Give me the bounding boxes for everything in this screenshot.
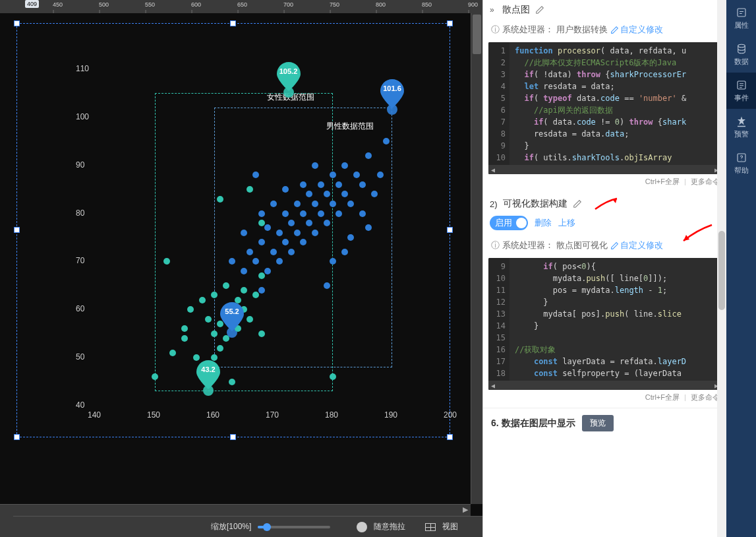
data-point [223,282,229,289]
processor-row-1: ⓘ 系统处理器： 用户数据转换 自定义修改 [483,20,726,40]
scroll-left-icon[interactable]: ◀ [491,166,495,174]
y-tick-label: 40 [76,400,84,410]
drag-toggle[interactable] [357,522,367,532]
data-point [294,201,301,207]
data-point [258,331,265,337]
data-point [312,162,318,169]
sidebar-tab-properties[interactable]: 属性 [726,0,756,36]
info-icon: ⓘ [491,24,500,36]
x-tick-label: 140 [88,410,101,420]
data-point [341,249,348,255]
resize-handle-sw[interactable] [14,434,20,440]
fullscreen-link[interactable]: Ctrl+F全屏 [645,393,680,401]
sidebar-tab-data[interactable]: 数据 [726,36,756,73]
canvas-scrollbar-vertical[interactable] [471,13,482,504]
resize-handle-n[interactable] [230,20,236,26]
data-point [258,210,265,217]
range-label-1: 男性数据范围 [326,121,374,132]
x-tick-label: 200 [444,410,457,420]
panel-title: 散点图 [502,4,530,16]
arrow-annotation-icon [680,224,713,243]
y-tick-label: 70 [76,256,84,265]
data-point [359,181,366,188]
zoom-label: 缩放[100%] [211,521,251,532]
edit-icon[interactable] [535,5,544,15]
resize-handle-nw[interactable] [14,20,20,26]
data-point [335,181,342,188]
svg-point-1 [738,44,745,47]
data-point [211,331,218,337]
arrow-annotation-icon [594,197,620,210]
data-point [247,316,253,323]
edit-icon[interactable] [573,199,582,208]
value-marker: 101.6 [380,79,404,108]
info-icon: ⓘ [491,239,500,251]
code-editor-2[interactable]: 9101112131415161718 if( pos<0){ mydata.p… [488,258,721,390]
data-point [318,210,324,217]
y-tick-label: 110 [76,64,89,73]
processor-row-2: ⓘ 系统处理器： 散点图可视化 自定义修改 [483,236,726,255]
data-point [241,268,247,274]
collapse-icon[interactable]: » [490,5,494,15]
data-point [229,379,235,385]
data-point [270,249,277,255]
panel-scrollbar-vertical[interactable] [717,0,726,537]
svg-rect-0 [738,9,745,16]
value-marker: 43.2 [196,360,220,389]
code-editor-1[interactable]: 12345678910 function processor( data, re… [488,42,721,174]
data-point [276,230,283,236]
canvas-scrollbar-horizontal[interactable]: ▶ [0,504,471,516]
view-label: 视图 [442,521,458,532]
x-tick-label: 180 [325,410,338,420]
y-tick-label: 100 [76,112,89,121]
canvas-viewport[interactable]: 女性数据范围男性数据范围105.243.2101.655.2 405060708… [0,13,482,516]
resize-handle-ne[interactable] [447,20,453,26]
data-point [205,316,212,323]
data-point [247,249,253,255]
preview-button[interactable]: 预览 [582,415,614,431]
sidebar-tab-help[interactable]: 帮助 [726,145,756,181]
x-tick-label: 170 [266,410,279,420]
data-point [341,162,348,169]
custom-edit-link-1[interactable]: 自定义修改 [610,24,663,36]
data-point [347,234,354,241]
resize-handle-w[interactable] [14,227,20,233]
y-tick-label: 80 [76,208,84,218]
data-point [359,210,366,217]
enable-toggle[interactable]: 启用 [490,216,528,230]
data-point [347,201,354,207]
more-commands-link[interactable]: 更多命令 [691,393,720,401]
grid-icon[interactable] [425,523,436,531]
data-point [300,210,306,217]
sidebar-tab-alert[interactable]: 预警 [726,109,756,145]
more-commands-link[interactable]: 更多命令 [691,177,720,185]
y-tick-label: 90 [76,160,84,170]
y-tick-label: 60 [76,304,84,313]
panel-header: » 散点图 [483,0,726,20]
sidebar-tab-events[interactable]: 事件 [726,73,756,109]
data-point [300,181,306,188]
code-footer-2: Ctrl+F全屏 | 更多命令 [483,391,726,408]
bottom-toolbar: 机 缩放[100%] 随意拖拉 视图 [0,516,482,537]
delete-link[interactable]: 删除 [535,217,552,229]
fullscreen-link[interactable]: Ctrl+F全屏 [645,177,680,185]
section-2-header: 2) 可视化数据构建 [483,192,726,213]
data-point [318,181,324,188]
data-point [294,230,301,236]
zoom-slider[interactable] [258,526,330,528]
data-point [282,210,289,217]
data-point [312,230,318,236]
value-marker: 105.2 [277,62,301,91]
ruler-horizontal: 409 450500550600650700750800850900950 [0,0,482,13]
data-point [241,230,247,236]
data-point [223,335,229,342]
data-point [335,210,342,217]
scroll-left-icon[interactable]: ◀ [491,382,495,389]
data-point [330,201,336,207]
y-tick-label: 50 [76,352,84,362]
moveup-link[interactable]: 上移 [558,217,575,229]
custom-edit-link-2[interactable]: 自定义修改 [610,239,663,251]
scatter-chart[interactable]: 女性数据范围男性数据范围105.243.2101.655.2 405060708… [26,33,461,442]
data-point [270,201,277,207]
data-point [199,297,206,303]
